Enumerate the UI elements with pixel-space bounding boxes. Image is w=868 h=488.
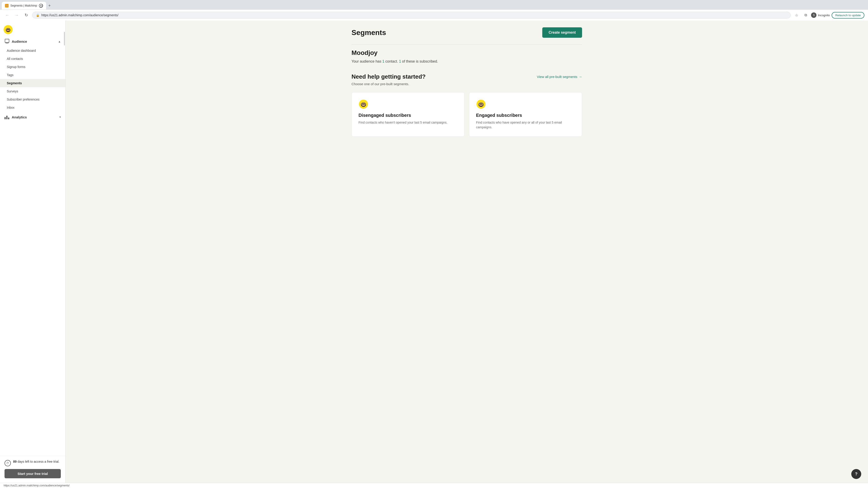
forward-button[interactable]: → bbox=[13, 11, 20, 19]
svg-point-17 bbox=[363, 104, 363, 104]
header-divider bbox=[351, 44, 582, 45]
sidebar-section-audience: Audience ▲ Audience dashboard All contac… bbox=[0, 36, 65, 111]
lock-icon: 🔒 bbox=[36, 13, 39, 17]
svg-rect-8 bbox=[5, 39, 9, 42]
trial-text: 89 days left to access a free trial. bbox=[13, 459, 59, 464]
app: Audience ▲ Audience dashboard All contac… bbox=[0, 21, 868, 483]
address-bar[interactable]: 🔒 bbox=[32, 12, 791, 19]
help-header: Need help getting started? View all pre-… bbox=[351, 73, 582, 80]
tab-close-button[interactable]: ✕ bbox=[39, 4, 43, 8]
svg-point-6 bbox=[8, 29, 9, 30]
sidebar-item-audience-dashboard[interactable]: Audience dashboard bbox=[0, 46, 65, 55]
audience-name: Moodjoy bbox=[351, 49, 582, 57]
disengaged-card-icon bbox=[359, 99, 368, 109]
sidebar-item-subscriber-preferences[interactable]: Subscriber preferences bbox=[0, 95, 65, 103]
sidebar-section-analytics: Analytics ▾ bbox=[0, 112, 65, 122]
engaged-card-desc: Find contacts who have opened any or all… bbox=[476, 120, 575, 130]
extensions-button[interactable]: ⧉ bbox=[802, 11, 809, 19]
help-section: Need help getting started? View all pre-… bbox=[351, 73, 582, 137]
trial-section: ⏱ 89 days left to access a free trial. S… bbox=[0, 456, 65, 483]
sidebar-item-segments[interactable]: Segments bbox=[0, 79, 65, 87]
relaunch-button[interactable]: Relaunch to update bbox=[832, 12, 864, 19]
svg-point-5 bbox=[7, 29, 8, 30]
incognito-badge: S Incognito bbox=[811, 12, 830, 18]
browser-chrome: 🐵 Segments | Mailchimp ✕ + ← → ↻ 🔒 ☆ ⧉ S… bbox=[0, 0, 868, 21]
trial-message: days left to access a free trial. bbox=[18, 460, 59, 463]
sidebar-scroll-indicator bbox=[64, 32, 65, 45]
sidebar-item-tags[interactable]: Tags bbox=[0, 71, 65, 79]
new-tab-button[interactable]: + bbox=[46, 2, 53, 9]
tab-title: Segments | Mailchimp bbox=[10, 4, 37, 7]
subscribed-count-link[interactable]: 1 bbox=[399, 59, 401, 63]
audience-section-label: Audience bbox=[12, 39, 27, 43]
svg-point-27 bbox=[480, 105, 482, 106]
analytics-section-title: Analytics bbox=[4, 115, 27, 119]
url-input[interactable] bbox=[41, 13, 787, 17]
trial-info: ⏱ 89 days left to access a free trial. bbox=[4, 459, 61, 466]
main-content: Segments Create segment Moodjoy Your aud… bbox=[66, 21, 868, 483]
analytics-section-label: Analytics bbox=[12, 115, 27, 119]
svg-point-25 bbox=[480, 104, 480, 104]
back-button[interactable]: ← bbox=[4, 11, 11, 19]
trial-clock-icon: ⏱ bbox=[4, 460, 11, 466]
audience-section-header[interactable]: Audience ▲ bbox=[0, 36, 65, 46]
segment-card-disengaged[interactable]: Disengaged subscribers Find contacts who… bbox=[351, 92, 465, 137]
sidebar-header bbox=[0, 21, 65, 36]
audience-description: Your audience has 1 contact. 1 of these … bbox=[351, 59, 582, 64]
audience-desc-suffix: of these is subscribed. bbox=[401, 59, 438, 63]
nav-actions: ☆ ⧉ S Incognito Relaunch to update bbox=[793, 11, 864, 19]
mailchimp-logo[interactable] bbox=[4, 25, 13, 34]
status-bar: https://us21.admin.mailchimp.com/audienc… bbox=[0, 483, 868, 488]
help-description: Choose one of our pre-built segments. bbox=[351, 82, 582, 86]
engaged-card-title: Engaged subscribers bbox=[476, 113, 575, 118]
refresh-button[interactable]: ↻ bbox=[23, 11, 30, 19]
help-section-title: Need help getting started? bbox=[351, 73, 426, 80]
svg-point-18 bbox=[364, 104, 364, 104]
sidebar-item-inbox[interactable]: Inbox bbox=[0, 103, 65, 111]
active-tab[interactable]: 🐵 Segments | Mailchimp ✕ bbox=[2, 2, 46, 9]
nav-bar: ← → ↻ 🔒 ☆ ⧉ S Incognito Relaunch to upda… bbox=[0, 9, 868, 21]
page-header: Segments Create segment bbox=[351, 27, 582, 38]
disengaged-card-title: Disengaged subscribers bbox=[359, 113, 458, 118]
analytics-icon bbox=[4, 115, 9, 119]
analytics-section-header[interactable]: Analytics ▾ bbox=[0, 112, 65, 122]
bookmark-button[interactable]: ☆ bbox=[793, 11, 800, 19]
audience-section-title: Audience bbox=[4, 39, 27, 44]
engaged-card-icon bbox=[476, 99, 486, 109]
audience-desc-prefix: Your audience has bbox=[351, 59, 382, 63]
view-all-arrow-icon: → bbox=[579, 75, 582, 78]
create-segment-button[interactable]: Create segment bbox=[542, 27, 582, 38]
trial-days: 89 bbox=[13, 460, 17, 463]
incognito-icon: S bbox=[811, 12, 816, 18]
analytics-chevron-icon: ▾ bbox=[59, 116, 61, 119]
contact-count-link[interactable]: 1 bbox=[382, 59, 384, 63]
audience-icon bbox=[4, 39, 9, 44]
view-all-link[interactable]: View all pre-built segments → bbox=[537, 75, 582, 78]
incognito-label: Incognito bbox=[818, 13, 830, 17]
tab-favicon: 🐵 bbox=[5, 4, 8, 7]
sidebar-item-surveys[interactable]: Surveys bbox=[0, 87, 65, 95]
view-all-label: View all pre-built segments bbox=[537, 75, 577, 78]
segment-cards: Disengaged subscribers Find contacts who… bbox=[351, 92, 582, 137]
help-fab-button[interactable]: ? bbox=[851, 469, 861, 479]
main-inner: Segments Create segment Moodjoy Your aud… bbox=[342, 21, 591, 153]
sidebar-item-signup-forms[interactable]: Signup forms bbox=[0, 63, 65, 71]
disengaged-card-desc: Find contacts who haven't opened your la… bbox=[359, 120, 458, 125]
sidebar-item-all-contacts[interactable]: All contacts bbox=[0, 55, 65, 63]
page-title: Segments bbox=[351, 29, 386, 37]
svg-point-26 bbox=[482, 104, 482, 104]
svg-point-7 bbox=[7, 30, 9, 31]
sidebar-items-audience: Audience dashboard All contacts Signup f… bbox=[0, 46, 65, 111]
svg-point-19 bbox=[363, 105, 364, 106]
audience-desc-middle: contact. bbox=[384, 59, 399, 63]
start-trial-button[interactable]: Start your free trial bbox=[4, 469, 61, 478]
audience-chevron-icon: ▲ bbox=[58, 40, 61, 43]
tab-bar: 🐵 Segments | Mailchimp ✕ + bbox=[0, 0, 868, 9]
sidebar-scroll: Audience ▲ Audience dashboard All contac… bbox=[0, 36, 65, 456]
segment-card-engaged[interactable]: Engaged subscribers Find contacts who ha… bbox=[469, 92, 582, 137]
sidebar: Audience ▲ Audience dashboard All contac… bbox=[0, 21, 66, 483]
status-url: https://us21.admin.mailchimp.com/audienc… bbox=[4, 484, 70, 487]
